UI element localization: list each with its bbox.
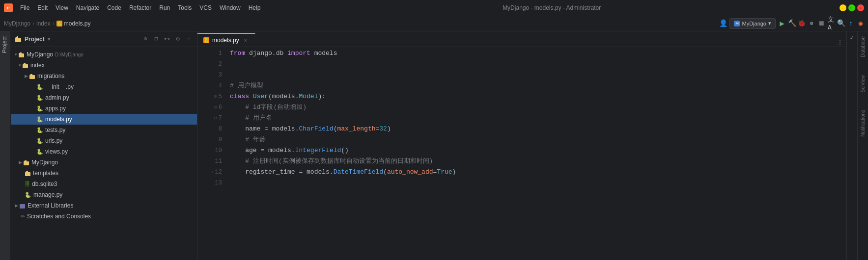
minimize-button[interactable]: − xyxy=(840,4,846,11)
code-editor: 1 2 3 4 ⊟ 5 ⊟ 6 ⊟ 7 8 9 10 11 xyxy=(197,47,846,260)
tree-templates[interactable]: templates xyxy=(11,168,197,179)
tree-manage[interactable]: 🐍 manage.py xyxy=(11,189,197,200)
migrations-arrow: ▶ xyxy=(25,74,28,78)
breadcrumb-models[interactable]: 🐍 models.py xyxy=(56,20,91,27)
line-num-9: 9 xyxy=(201,134,222,145)
tree-urls-label: urls.py xyxy=(45,137,62,144)
svg-rect-4 xyxy=(23,64,28,68)
plugin-icon[interactable]: ◉ xyxy=(857,20,864,27)
notifications-panel-tab[interactable]: Notifications xyxy=(859,108,867,138)
menu-refactor[interactable]: Refactor xyxy=(126,3,155,13)
project-selector[interactable]: M MyDjango ▾ xyxy=(729,18,776,29)
tree-admin[interactable]: 🐍 admin.py xyxy=(11,92,197,103)
line-num-4: 4 xyxy=(201,80,222,91)
tab-close-button[interactable]: × xyxy=(242,37,249,44)
tree-scratches[interactable]: ✏ Scratches and Consoles xyxy=(11,211,197,222)
tree-scratches-label: Scratches and Consoles xyxy=(27,213,91,220)
tree-urls[interactable]: 🐍 urls.py xyxy=(11,135,197,146)
toolbar-left: MyDjango › index › 🐍 models.py xyxy=(4,20,90,27)
urls-icon: 🐍 xyxy=(36,138,43,144)
tree-migrations[interactable]: ▶ migrations xyxy=(11,71,197,81)
menu-help[interactable]: Help xyxy=(245,3,264,13)
menu-navigate[interactable]: Navigate xyxy=(73,3,103,13)
svg-text:P: P xyxy=(7,6,10,10)
maximize-button[interactable]: □ xyxy=(848,4,855,11)
line-num-11: 11 xyxy=(201,156,222,167)
extlibs-arrow: ▶ xyxy=(15,203,18,208)
settings-icon[interactable]: ⚙ xyxy=(173,35,182,44)
sciview-panel-tab[interactable]: SciView xyxy=(859,73,867,94)
menu-run[interactable]: Run xyxy=(156,3,173,13)
line-num-2: 2 xyxy=(201,59,222,70)
more-run-icon[interactable]: ⚙ xyxy=(808,20,815,27)
tree-sqlite[interactable]: 🗄 db.sqlite3 xyxy=(11,179,197,189)
scratches-icon: ✏ xyxy=(21,213,25,220)
title-bar-left: P File Edit View Navigate Code Refactor … xyxy=(4,3,264,13)
breadcrumb-index[interactable]: index xyxy=(36,20,51,27)
tree-init[interactable]: 🐍 __init__.py xyxy=(11,81,197,92)
tree-migrations-label: migrations xyxy=(37,73,64,79)
project-header-icons: ⊕ ⊟ ⊷ ⚙ − xyxy=(141,35,193,44)
editor-area: 🐍 models.py × ⋮ 1 2 3 4 ⊟ 5 xyxy=(197,31,846,260)
line-num-5: ⊟ 5 xyxy=(201,91,222,102)
menu-vcs[interactable]: VCS xyxy=(196,3,215,13)
menu-view[interactable]: View xyxy=(52,3,72,13)
folder-icon xyxy=(15,36,22,43)
tree-apps[interactable]: 🐍 apps.py xyxy=(11,103,197,114)
tree-tests[interactable]: 🐍 tests.py xyxy=(11,125,197,135)
project-panel-label[interactable]: Project xyxy=(0,33,9,56)
debug-button[interactable]: 🐞 xyxy=(798,20,805,27)
window-controls: − □ × xyxy=(840,4,864,11)
stop-button[interactable]: ⏹ xyxy=(818,20,825,27)
database-panel-tab[interactable]: Database xyxy=(859,34,867,59)
tree-ext-libs[interactable]: ▶ External Libraries xyxy=(11,200,197,211)
project-label-text: Project xyxy=(25,36,45,43)
profile-icon[interactable]: 👤 xyxy=(720,20,727,27)
tree-models[interactable]: 🐍 models.py xyxy=(11,114,197,125)
project-sidebar-tab[interactable]: Project xyxy=(0,31,11,260)
app-logo: P xyxy=(4,3,13,12)
update-button[interactable]: ↑ xyxy=(847,20,854,27)
tree-mydjango2[interactable]: ▶ MyDjango xyxy=(11,157,197,168)
tree-index-label: index xyxy=(30,62,45,69)
fold-arrow-6[interactable]: ⊟ xyxy=(214,102,217,113)
search-button[interactable]: 🔍 xyxy=(838,20,844,27)
menu-edit[interactable]: Edit xyxy=(34,3,51,13)
breadcrumb-sep-1: › xyxy=(32,20,34,27)
tree-root-path: D:\MyDjango xyxy=(55,52,84,57)
tab-menu-icon[interactable]: ⋮ xyxy=(837,38,843,47)
menu-file[interactable]: File xyxy=(17,3,33,13)
build-button[interactable]: 🔨 xyxy=(788,20,795,27)
right-panel: Database SciView Notifications xyxy=(857,31,868,260)
code-content[interactable]: from django.db import models # 用户模型 clas… xyxy=(226,47,842,260)
breadcrumb-mydjango[interactable]: MyDjango xyxy=(4,20,30,27)
menu-window[interactable]: Window xyxy=(216,3,244,13)
menu-code[interactable]: Code xyxy=(104,3,125,13)
index-arrow: ▾ xyxy=(19,63,21,68)
root-arrow: ▾ xyxy=(15,52,17,57)
tree-views[interactable]: 🐍 views.py xyxy=(11,146,197,157)
code-line-5: class User ( models. Model ): xyxy=(226,91,842,102)
run-button[interactable]: ▶ xyxy=(779,20,785,27)
fold-arrow-12[interactable]: ⊟ xyxy=(211,167,213,178)
hide-icon[interactable]: − xyxy=(184,35,193,44)
editor-gutter xyxy=(197,47,201,260)
fold-arrow-7[interactable]: ⊟ xyxy=(214,113,217,124)
fold-arrow-5[interactable]: ⊟ xyxy=(214,91,217,102)
tree-index[interactable]: ▾ index xyxy=(11,60,197,71)
tab-models-py[interactable]: 🐍 models.py × xyxy=(197,33,255,47)
project-header: Project ▾ ⊕ ⊟ ⊷ ⚙ − xyxy=(11,31,197,47)
scroll-indicator[interactable] xyxy=(842,47,846,260)
translate-icon[interactable]: 文A xyxy=(828,20,835,27)
collapse-all-icon[interactable]: ⊟ xyxy=(152,35,161,44)
tab-file-icon: 🐍 xyxy=(203,37,209,43)
add-file-icon[interactable]: ⊕ xyxy=(141,35,150,44)
line-num-12: ⊟ 12 xyxy=(201,167,222,178)
tree-root[interactable]: ▾ MyDjango D:\MyDjango xyxy=(11,49,197,60)
menu-tools[interactable]: Tools xyxy=(174,3,195,13)
code-line-7: # 用户名 xyxy=(226,113,842,124)
project-dropdown-arrow[interactable]: ▾ xyxy=(48,36,50,42)
close-button[interactable]: × xyxy=(857,4,864,11)
sqlite-icon: 🗄 xyxy=(25,181,30,187)
scroll-to-icon[interactable]: ⊷ xyxy=(163,35,171,44)
